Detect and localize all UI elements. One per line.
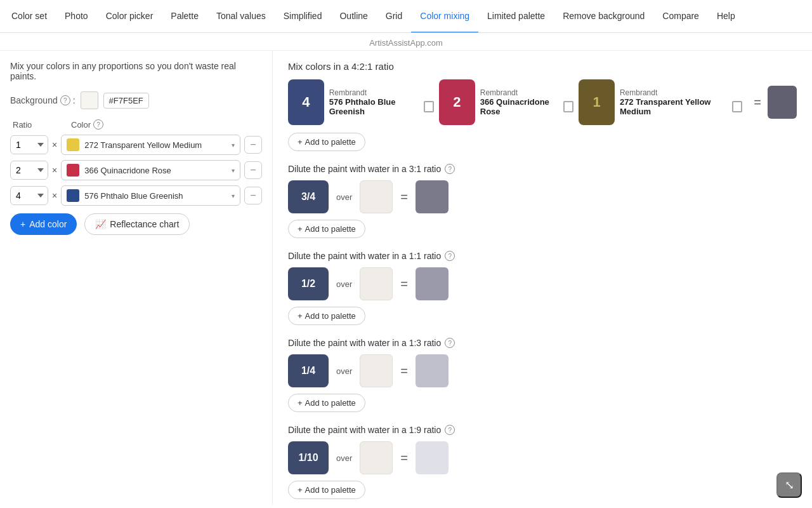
nav-item-outline[interactable]: Outline — [331, 0, 376, 33]
color-info-icon[interactable]: ? — [93, 119, 103, 130]
mix-card-info-0: Rembrandt576 Phthalo Blue Greenish — [329, 88, 434, 116]
dilute-badge-3: 1/10 — [288, 441, 329, 474]
dilute-equals-2: = — [400, 364, 408, 378]
mix-card-1: 2 — [439, 79, 475, 125]
nav-item-color-mixing[interactable]: Color mixing — [411, 0, 478, 33]
times-sign-0: × — [52, 140, 57, 150]
color-rows: 12345678×272 Transparent Yellow Medium▾−… — [10, 135, 262, 206]
dilute-section-2: Dilute the paint with water in a 1:3 rat… — [288, 338, 797, 412]
color-dot-0 — [67, 138, 79, 151]
add-color-button[interactable]: + Add color — [10, 213, 77, 235]
mix-equals-sign: = — [754, 95, 761, 110]
color-selector-0[interactable]: 272 Transparent Yellow Medium▾ — [61, 135, 240, 155]
add-to-palette-dilute-button-2[interactable]: + Add to palette — [288, 394, 365, 412]
plus-icon-dilute-3: + — [298, 485, 303, 495]
dilute-row-1: 1/2over= — [288, 267, 797, 300]
nav-item-help[interactable]: Help — [708, 0, 744, 33]
background-swatch[interactable] — [81, 91, 98, 109]
ratio-select-0[interactable]: 12345678 — [10, 135, 48, 154]
color-column-header: Color ? — [71, 119, 103, 130]
chevron-down-icon-0: ▾ — [232, 142, 235, 149]
dilute-section-3: Dilute the paint with water in a 1:9 rat… — [288, 425, 797, 499]
times-sign-2: × — [52, 190, 57, 201]
dilute-title-1: Dilute the paint with water in a 1:1 rat… — [288, 251, 797, 261]
background-info-icon[interactable]: ? — [60, 95, 70, 105]
plus-icon-mix: + — [298, 137, 303, 147]
remove-color-button-2[interactable]: − — [244, 187, 262, 204]
dilute-badge-1: 1/2 — [288, 267, 329, 300]
color-selector-1[interactable]: 366 Quinacridone Rose▾ — [61, 160, 240, 180]
color-row-0: 12345678×272 Transparent Yellow Medium▾− — [10, 135, 262, 155]
dilute-title-0: Dilute the paint with water in a 3:1 rat… — [288, 164, 797, 174]
dilute-over-0: over — [336, 192, 352, 202]
dilute-info-icon-1[interactable]: ? — [445, 251, 455, 261]
subtitle: ArtistAssistApp.com — [0, 33, 812, 51]
color-dot-2 — [67, 189, 79, 202]
dilute-section-0: Dilute the paint with water in a 3:1 rat… — [288, 164, 797, 238]
nav-item-color-picker[interactable]: Color picker — [97, 0, 162, 33]
color-dot-1 — [67, 164, 79, 177]
dilute-info-icon-0[interactable]: ? — [445, 164, 455, 174]
dilute-badge-0: 3/4 — [288, 180, 329, 213]
nav-item-palette[interactable]: Palette — [162, 0, 207, 33]
color-name-2: 576 Phthalo Blue Greenish — [84, 191, 226, 201]
mix-result-swatch — [768, 86, 797, 119]
nav-item-compare[interactable]: Compare — [653, 0, 708, 33]
reflectance-chart-button[interactable]: 📈 Reflectance chart — [84, 213, 190, 235]
nav-item-grid[interactable]: Grid — [377, 0, 411, 33]
mix-card-checkbox-1[interactable] — [563, 101, 573, 112]
dilute-over-2: over — [336, 366, 352, 376]
add-to-palette-mix-button[interactable]: + Add to palette — [288, 133, 365, 151]
fullscreen-button[interactable]: ⤡ — [776, 472, 802, 498]
nav-item-color-set[interactable]: Color set — [3, 0, 56, 33]
nav-item-photo[interactable]: Photo — [56, 0, 97, 33]
right-panel: Mix colors in a 4:2:1 ratio 4Rembrandt57… — [273, 51, 812, 505]
dilute-sections: Dilute the paint with water in a 3:1 rat… — [288, 164, 797, 499]
mix-section: Mix colors in a 4:2:1 ratio 4Rembrandt57… — [288, 61, 797, 151]
chevron-down-icon-1: ▾ — [232, 167, 235, 174]
dilute-result-swatch-1 — [416, 267, 449, 300]
dilute-equals-1: = — [400, 277, 408, 291]
times-sign-1: × — [52, 165, 57, 175]
main-nav: Color setPhotoColor pickerPaletteTonal v… — [0, 0, 812, 33]
nav-item-simplified[interactable]: Simplified — [275, 0, 331, 33]
mix-card-info-2: Rembrandt272 Transparent Yellow Medium — [620, 88, 742, 116]
dilute-info-icon-3[interactable]: ? — [445, 425, 455, 435]
mix-card-0: 4 — [288, 79, 324, 125]
dilute-equals-3: = — [400, 451, 408, 465]
add-to-palette-dilute-button-3[interactable]: + Add to palette — [288, 481, 365, 499]
nav-item-remove-background[interactable]: Remove background — [554, 0, 653, 33]
dilute-over-3: over — [336, 453, 352, 463]
remove-color-button-1[interactable]: − — [244, 161, 262, 179]
color-name-0: 272 Transparent Yellow Medium — [84, 140, 226, 150]
mix-card-info-1: Rembrandt366 Quinacridone Rose — [480, 88, 573, 116]
ratio-select-2[interactable]: 12345678 — [10, 186, 48, 205]
dilute-equals-0: = — [400, 190, 408, 204]
nav-item-limited-palette[interactable]: Limited palette — [478, 0, 554, 33]
description: Mix your colors in any proportions so yo… — [10, 61, 262, 81]
nav-item-tonal-values[interactable]: Tonal values — [207, 0, 275, 33]
chart-icon: 📈 — [95, 219, 106, 229]
chevron-down-icon-2: ▾ — [232, 192, 235, 199]
dilute-water-swatch-3 — [360, 441, 393, 474]
mix-card-checkbox-0[interactable] — [424, 101, 434, 112]
dilute-section-1: Dilute the paint with water in a 1:1 rat… — [288, 251, 797, 325]
plus-icon-dilute-1: + — [298, 311, 303, 321]
color-row-1: 12345678×366 Quinacridone Rose▾− — [10, 160, 262, 180]
ratio-select-1[interactable]: 12345678 — [10, 161, 48, 180]
mix-card-brand-1: Rembrandt — [480, 88, 573, 97]
dilute-info-icon-2[interactable]: ? — [445, 338, 455, 348]
add-to-palette-dilute-button-1[interactable]: + Add to palette — [288, 307, 365, 325]
mix-card-name-0: 576 Phthalo Blue Greenish — [329, 97, 421, 116]
left-panel: Mix your colors in any proportions so yo… — [0, 51, 273, 505]
remove-color-button-0[interactable]: − — [244, 136, 262, 154]
background-hex: #F7F5EF — [103, 93, 149, 109]
dilute-badge-2: 1/4 — [288, 354, 329, 387]
add-to-palette-dilute-button-0[interactable]: + Add to palette — [288, 220, 365, 238]
mix-card-checkbox-2[interactable] — [732, 101, 742, 112]
mix-title: Mix colors in a 4:2:1 ratio — [288, 61, 797, 72]
mix-card-name-2: 272 Transparent Yellow Medium — [620, 97, 730, 116]
color-selector-2[interactable]: 576 Phthalo Blue Greenish▾ — [61, 185, 240, 206]
plus-icon-dilute-2: + — [298, 398, 303, 408]
color-row-2: 12345678×576 Phthalo Blue Greenish▾− — [10, 185, 262, 206]
